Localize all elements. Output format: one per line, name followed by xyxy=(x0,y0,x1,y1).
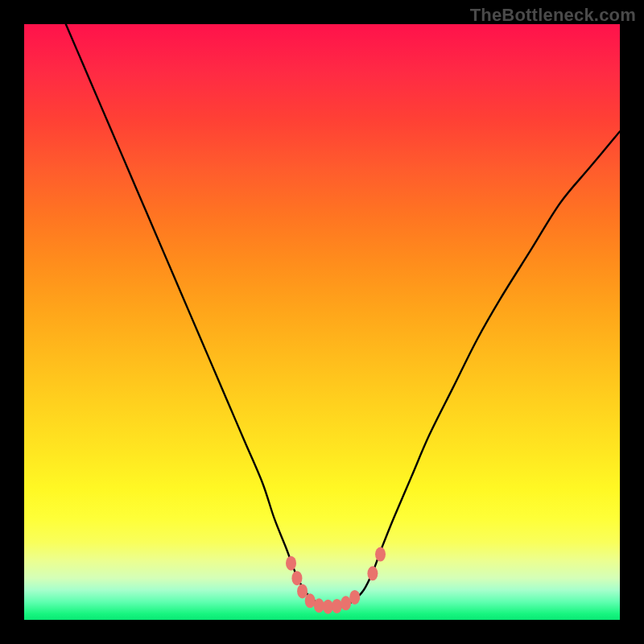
marker-group xyxy=(286,547,386,614)
data-marker xyxy=(349,590,360,605)
data-marker xyxy=(286,556,296,571)
curve-group xyxy=(66,24,620,607)
chart-frame: TheBottleneck.com xyxy=(0,0,644,644)
data-marker xyxy=(367,566,378,580)
data-marker xyxy=(305,593,316,608)
data-marker xyxy=(332,599,342,613)
data-marker xyxy=(291,571,302,585)
plot-area xyxy=(24,24,620,620)
watermark-text: TheBottleneck.com xyxy=(470,5,636,26)
data-marker xyxy=(375,547,386,562)
bottleneck-curve xyxy=(66,24,620,607)
chart-svg xyxy=(24,24,620,620)
data-marker xyxy=(323,600,333,614)
data-marker xyxy=(341,596,351,610)
data-marker xyxy=(314,598,324,613)
